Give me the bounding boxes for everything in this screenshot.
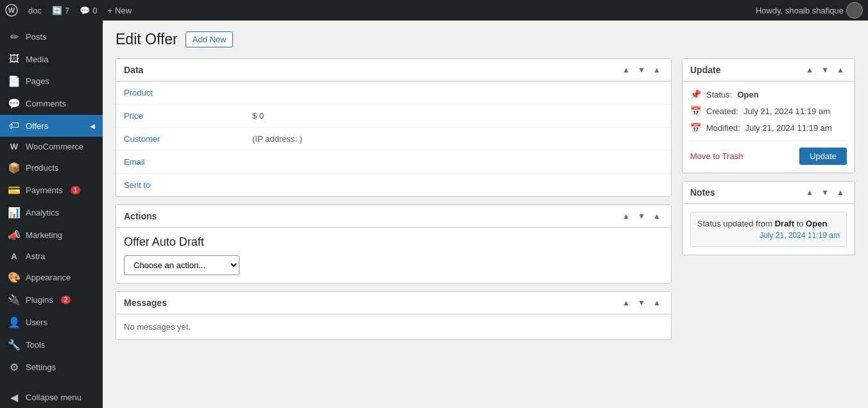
messages-metabox-down[interactable]: ▼ (635, 297, 648, 309)
sidebar-item-analytics[interactable]: 📊 Analytics (0, 201, 103, 224)
data-field-label: Email (116, 151, 245, 174)
main-content: Edit Offer Add New Data ▲ ▼ ▲ (103, 21, 868, 408)
notes-metabox-title: Notes (690, 187, 803, 198)
sidebar-item-offers[interactable]: 🏷 Offers ◀ (0, 115, 103, 137)
sidebar: ✏ Posts 🖼 Media 📄 Pages 💬 Comments 🏷 Off… (0, 21, 103, 408)
messages-metabox-toggle[interactable]: ▲ (650, 297, 663, 309)
modified-icon: 📅 (690, 123, 701, 133)
users-icon: 👤 (8, 316, 21, 328)
offers-arrow: ◀ (90, 123, 95, 130)
status-label: Status: (706, 90, 732, 99)
created-label: Created: (706, 106, 738, 116)
actions-metabox-body: Offer Auto Draft Choose an action... App… (116, 228, 671, 283)
user-greeting[interactable]: Howdy, shoaib shafique (756, 2, 863, 19)
data-field-value (245, 81, 671, 105)
sidebar-item-posts[interactable]: ✏ Posts (0, 26, 103, 48)
data-table-row: Product (116, 81, 671, 105)
avatar (846, 2, 863, 19)
messages-metabox-body: No messages yet. (116, 314, 671, 339)
wp-logo[interactable]: W (5, 4, 18, 17)
modified-row: 📅 Modified: July 21, 2024 11:19 am (690, 123, 847, 133)
layout: ✏ Posts 🖼 Media 📄 Pages 💬 Comments 🏷 Off… (0, 21, 868, 408)
data-field-label: Customer (116, 128, 245, 151)
data-metabox-header: Data ▲ ▼ ▲ (116, 59, 671, 81)
astra-icon: A (8, 251, 21, 261)
data-table-row: Price$ 0 (116, 105, 671, 128)
sidebar-item-appearance[interactable]: 🎨 Appearance (0, 266, 103, 289)
data-metabox-down[interactable]: ▼ (635, 64, 648, 76)
actions-metabox-controls: ▲ ▼ ▲ (620, 210, 663, 222)
update-metabox: Update ▲ ▼ ▲ 📌 Status: Open (682, 58, 855, 173)
notes-metabox-controls: ▲ ▼ ▲ (803, 187, 847, 198)
data-field-label: Price (116, 105, 245, 128)
update-metabox-body: 📌 Status: Open 📅 Created: July 21, 2024 … (682, 81, 855, 173)
notes-metabox-up[interactable]: ▲ (803, 187, 816, 198)
actions-metabox: Actions ▲ ▼ ▲ Offer Auto Draft Choose an… (116, 205, 672, 284)
sidebar-item-plugins[interactable]: 🔌 Plugins 2 (0, 289, 103, 311)
messages-metabox: Messages ▲ ▼ ▲ No messages yet. (116, 291, 672, 340)
payments-icon: 💳 (8, 184, 21, 196)
data-field-label: Product (116, 81, 245, 105)
marketing-icon: 📣 (8, 229, 21, 241)
sidebar-item-users[interactable]: 👤 Users (0, 311, 103, 334)
site-name[interactable]: doc (28, 6, 42, 15)
move-to-trash-link[interactable]: Move to Trash (690, 151, 743, 161)
modified-label: Modified: (706, 123, 740, 133)
update-metabox-up[interactable]: ▲ (803, 64, 816, 76)
offer-draft-title: Offer Auto Draft (124, 235, 663, 249)
sidebar-item-collapse[interactable]: ◀ Collapse menu (0, 378, 103, 408)
settings-icon: ⚙ (8, 361, 21, 373)
status-icon: 📌 (690, 89, 701, 99)
created-row: 📅 Created: July 21, 2024 11:19 am (690, 106, 847, 116)
data-metabox: Data ▲ ▼ ▲ ProductPrice$ 0Customer(IP ad… (116, 58, 672, 197)
sidebar-item-astra[interactable]: A Astra (0, 246, 103, 266)
data-metabox-toggle[interactable]: ▲ (650, 64, 663, 76)
notes-metabox-toggle[interactable]: ▲ (834, 187, 847, 198)
appearance-icon: 🎨 (8, 271, 21, 284)
data-field-value: $ 0 (245, 105, 671, 128)
sidebar-item-media[interactable]: 🖼 Media (0, 48, 103, 70)
note-to: Open (806, 219, 827, 228)
update-button[interactable]: Update (799, 148, 847, 165)
note-from: Draft (775, 219, 794, 228)
sidebar-item-pages[interactable]: 📄 Pages (0, 70, 103, 92)
messages-metabox-up[interactable]: ▲ (620, 297, 632, 309)
plugins-icon: 🔌 (8, 294, 21, 306)
add-new-button[interactable]: Add New (186, 31, 234, 47)
sidebar-item-payments[interactable]: 💳 Payments 1 (0, 179, 103, 201)
updates-link[interactable]: 🔄 7 (52, 6, 69, 15)
sidebar-item-woocommerce[interactable]: W WooCommerce (0, 137, 103, 157)
sidebar-item-comments[interactable]: 💬 Comments (0, 92, 103, 115)
messages-metabox-controls: ▲ ▼ ▲ (620, 297, 663, 309)
payments-badge: 1 (71, 186, 81, 194)
notes-metabox-body: Status updated from Draft to Open. July … (682, 204, 855, 255)
sidebar-item-settings[interactable]: ⚙ Settings (0, 356, 103, 378)
sidebar-item-marketing[interactable]: 📣 Marketing (0, 224, 103, 246)
update-metabox-down[interactable]: ▼ (819, 64, 831, 76)
data-metabox-up[interactable]: ▲ (620, 64, 632, 76)
data-metabox-controls: ▲ ▼ ▲ (620, 64, 663, 76)
new-content-link[interactable]: + New (107, 6, 132, 15)
actions-metabox-up[interactable]: ▲ (620, 210, 632, 222)
plugins-badge: 2 (61, 296, 71, 304)
status-value: Open (737, 90, 758, 99)
posts-icon: ✏ (8, 31, 21, 43)
notes-metabox-header: Notes ▲ ▼ ▲ (682, 182, 855, 204)
actions-metabox-down[interactable]: ▼ (635, 210, 648, 222)
page-title: Edit Offer (116, 31, 178, 48)
notes-metabox-down[interactable]: ▼ (819, 187, 831, 198)
update-metabox-toggle[interactable]: ▲ (834, 64, 847, 76)
actions-metabox-toggle[interactable]: ▲ (650, 210, 663, 222)
analytics-icon: 📊 (8, 207, 21, 219)
data-metabox-body: ProductPrice$ 0Customer(IP address: )Ema… (116, 81, 671, 196)
modified-value: July 21, 2024 11:19 am (745, 123, 832, 133)
sidebar-item-tools[interactable]: 🔧 Tools (0, 334, 103, 356)
comments-link[interactable]: 💬 0 (80, 6, 97, 15)
collapse-icon: ◀ (8, 391, 21, 404)
media-icon: 🖼 (8, 53, 21, 65)
action-select[interactable]: Choose an action... Approve Reject Cance… (124, 255, 239, 275)
messages-metabox-header: Messages ▲ ▼ ▲ (116, 292, 671, 314)
sidebar-item-products[interactable]: 📦 Products (0, 157, 103, 179)
page-header: Edit Offer Add New (116, 31, 855, 48)
data-table-row: Customer(IP address: ) (116, 128, 671, 151)
